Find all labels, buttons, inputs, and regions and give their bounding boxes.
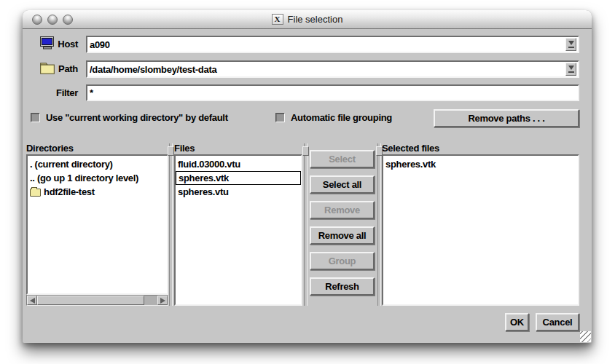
- triangle-left-icon: [30, 298, 35, 304]
- selected-files-panel-label: Selected files: [382, 143, 439, 154]
- directory-item-hdf2file-test[interactable]: hdf2file-test: [28, 185, 167, 199]
- directory-item-up[interactable]: .. (go up 1 directory level): [28, 171, 167, 185]
- splitter-track: [304, 143, 308, 306]
- window-controls: [32, 15, 73, 25]
- filter-label: Filter: [37, 84, 78, 102]
- dropdown-dash: [568, 47, 574, 48]
- file-item[interactable]: fluid.03000.vtu: [176, 157, 301, 171]
- file-item-label: spheres.vtk: [179, 173, 229, 183]
- select-button[interactable]: Select: [310, 150, 375, 168]
- host-label: Host: [37, 36, 78, 53]
- selected-file-label: spheres.vtk: [385, 159, 436, 170]
- title-bar: X File selection: [23, 10, 592, 29]
- file-item-label: fluid.03000.vtu: [178, 159, 240, 170]
- splitter-track: [377, 143, 381, 306]
- cancel-button[interactable]: Cancel: [536, 313, 579, 331]
- files-listbox: fluid.03000.vtu spheres.vtk spheres.vtu: [174, 154, 302, 306]
- path-dropdown-button[interactable]: [565, 63, 576, 76]
- ok-button[interactable]: OK: [505, 313, 529, 331]
- chevron-down-icon: [568, 41, 574, 45]
- host-field: [86, 36, 579, 53]
- auto-grouping-checkbox[interactable]: [275, 113, 285, 122]
- splitter-handle[interactable]: [302, 146, 309, 156]
- directory-item-label: .. (go up 1 directory level): [30, 173, 138, 183]
- refresh-button[interactable]: Refresh: [310, 277, 375, 296]
- files-panel-label: Files: [174, 143, 195, 154]
- host-input[interactable]: [90, 39, 565, 50]
- host-dropdown-button[interactable]: [565, 38, 576, 51]
- triangle-right-icon: [160, 298, 165, 304]
- scroll-left-button[interactable]: [27, 296, 37, 305]
- select-all-button[interactable]: Select all: [310, 175, 375, 194]
- filter-input[interactable]: [90, 87, 576, 98]
- selected-files-listbox: spheres.vtk: [382, 154, 579, 306]
- file-item-label: spheres.vtu: [178, 186, 229, 197]
- remove-all-button[interactable]: Remove all: [310, 226, 375, 245]
- title-group: X File selection: [272, 14, 343, 25]
- path-input[interactable]: [90, 64, 565, 75]
- path-label: Path: [37, 60, 78, 78]
- chevron-down-icon: [568, 66, 574, 70]
- file-item-focused[interactable]: spheres.vtk: [176, 171, 301, 185]
- directories-panel-label: Directories: [26, 143, 74, 154]
- file-selection-window: X File selection Host Path Filter Use "c…: [23, 10, 592, 343]
- splitter-track: [169, 143, 173, 306]
- group-button[interactable]: Group: [310, 252, 375, 270]
- auto-grouping-label: Automatic file grouping: [291, 113, 392, 123]
- use-cwd-checkbox[interactable]: [31, 113, 40, 122]
- remove-button[interactable]: Remove: [310, 201, 375, 219]
- use-cwd-label: Use "current working directory" by defau…: [46, 113, 228, 123]
- directory-item-label: . (current directory): [30, 159, 113, 170]
- resize-grip[interactable]: [580, 331, 591, 342]
- minimize-button[interactable]: [47, 15, 58, 25]
- x11-app-icon: X: [272, 14, 283, 25]
- path-field: [86, 60, 579, 78]
- filter-field: [86, 84, 579, 101]
- splitter-handle[interactable]: [168, 146, 174, 156]
- directories-listbox: . (current directory) .. (go up 1 direct…: [26, 154, 168, 295]
- directory-item-current[interactable]: . (current directory): [28, 157, 167, 171]
- scroll-right-button[interactable]: [157, 296, 168, 305]
- selected-file-item[interactable]: spheres.vtk: [383, 157, 578, 171]
- scrollbar-thumb[interactable]: [37, 296, 144, 305]
- window-title: File selection: [288, 14, 343, 25]
- directories-hscrollbar[interactable]: [26, 295, 168, 306]
- directory-item-label: hdf2file-test: [44, 186, 95, 197]
- dropdown-dash: [568, 71, 574, 73]
- remove-paths-button[interactable]: Remove paths . . .: [434, 109, 579, 127]
- folder-icon: [30, 189, 41, 197]
- close-button[interactable]: [32, 15, 42, 25]
- zoom-button[interactable]: [63, 15, 73, 25]
- file-item[interactable]: spheres.vtu: [176, 185, 301, 199]
